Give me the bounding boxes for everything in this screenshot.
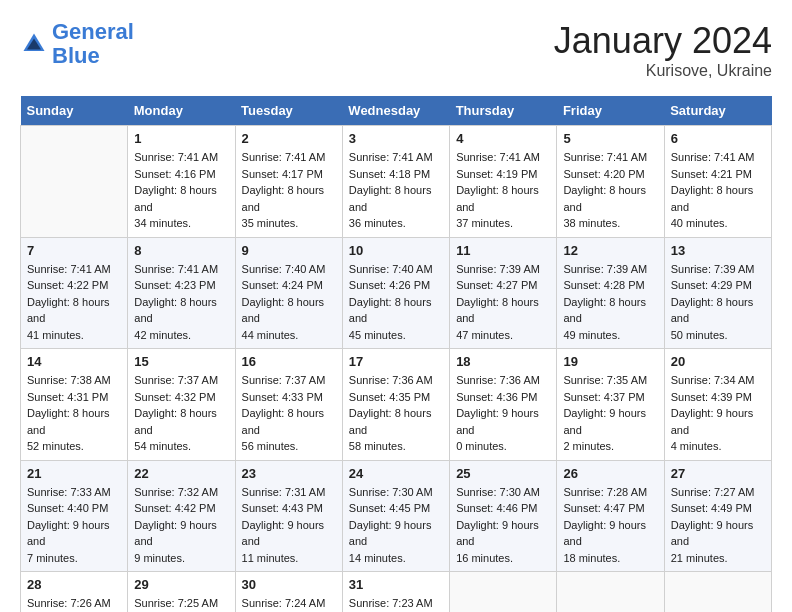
day-number: 5	[563, 131, 657, 146]
day-number: 30	[242, 577, 336, 592]
day-detail: Sunrise: 7:38 AMSunset: 4:31 PMDaylight:…	[27, 372, 121, 455]
page-header: General Blue January 2024 Kurisove, Ukra…	[20, 20, 772, 80]
day-detail: Sunrise: 7:39 AMSunset: 4:29 PMDaylight:…	[671, 261, 765, 344]
calendar-cell: 26 Sunrise: 7:28 AMSunset: 4:47 PMDaylig…	[557, 460, 664, 572]
weekday-header-friday: Friday	[557, 96, 664, 126]
day-detail: Sunrise: 7:36 AMSunset: 4:35 PMDaylight:…	[349, 372, 443, 455]
day-number: 22	[134, 466, 228, 481]
day-detail: Sunrise: 7:33 AMSunset: 4:40 PMDaylight:…	[27, 484, 121, 567]
weekday-header-sunday: Sunday	[21, 96, 128, 126]
calendar-table: SundayMondayTuesdayWednesdayThursdayFrid…	[20, 96, 772, 612]
calendar-cell	[664, 572, 771, 613]
logo: General Blue	[20, 20, 134, 68]
day-number: 3	[349, 131, 443, 146]
calendar-cell: 16 Sunrise: 7:37 AMSunset: 4:33 PMDaylig…	[235, 349, 342, 461]
calendar-cell	[450, 572, 557, 613]
day-detail: Sunrise: 7:37 AMSunset: 4:32 PMDaylight:…	[134, 372, 228, 455]
day-number: 8	[134, 243, 228, 258]
calendar-cell: 7 Sunrise: 7:41 AMSunset: 4:22 PMDayligh…	[21, 237, 128, 349]
day-detail: Sunrise: 7:39 AMSunset: 4:28 PMDaylight:…	[563, 261, 657, 344]
day-number: 1	[134, 131, 228, 146]
day-detail: Sunrise: 7:26 AMSunset: 4:50 PMDaylight:…	[27, 595, 121, 612]
calendar-cell: 25 Sunrise: 7:30 AMSunset: 4:46 PMDaylig…	[450, 460, 557, 572]
day-detail: Sunrise: 7:40 AMSunset: 4:26 PMDaylight:…	[349, 261, 443, 344]
day-number: 27	[671, 466, 765, 481]
day-number: 31	[349, 577, 443, 592]
calendar-cell: 1 Sunrise: 7:41 AMSunset: 4:16 PMDayligh…	[128, 126, 235, 238]
calendar-cell: 17 Sunrise: 7:36 AMSunset: 4:35 PMDaylig…	[342, 349, 449, 461]
day-number: 17	[349, 354, 443, 369]
weekday-header-row: SundayMondayTuesdayWednesdayThursdayFrid…	[21, 96, 772, 126]
day-detail: Sunrise: 7:39 AMSunset: 4:27 PMDaylight:…	[456, 261, 550, 344]
calendar-cell: 18 Sunrise: 7:36 AMSunset: 4:36 PMDaylig…	[450, 349, 557, 461]
calendar-cell: 3 Sunrise: 7:41 AMSunset: 4:18 PMDayligh…	[342, 126, 449, 238]
calendar-cell: 19 Sunrise: 7:35 AMSunset: 4:37 PMDaylig…	[557, 349, 664, 461]
logo-line1: General	[52, 19, 134, 44]
calendar-cell: 5 Sunrise: 7:41 AMSunset: 4:20 PMDayligh…	[557, 126, 664, 238]
calendar-cell: 27 Sunrise: 7:27 AMSunset: 4:49 PMDaylig…	[664, 460, 771, 572]
calendar-cell: 31 Sunrise: 7:23 AMSunset: 4:55 PMDaylig…	[342, 572, 449, 613]
calendar-cell: 28 Sunrise: 7:26 AMSunset: 4:50 PMDaylig…	[21, 572, 128, 613]
day-number: 24	[349, 466, 443, 481]
day-detail: Sunrise: 7:24 AMSunset: 4:53 PMDaylight:…	[242, 595, 336, 612]
day-detail: Sunrise: 7:41 AMSunset: 4:23 PMDaylight:…	[134, 261, 228, 344]
logo-line2: Blue	[52, 43, 100, 68]
calendar-week-row: 21 Sunrise: 7:33 AMSunset: 4:40 PMDaylig…	[21, 460, 772, 572]
calendar-cell: 4 Sunrise: 7:41 AMSunset: 4:19 PMDayligh…	[450, 126, 557, 238]
day-number: 6	[671, 131, 765, 146]
day-detail: Sunrise: 7:41 AMSunset: 4:20 PMDaylight:…	[563, 149, 657, 232]
day-detail: Sunrise: 7:41 AMSunset: 4:16 PMDaylight:…	[134, 149, 228, 232]
day-detail: Sunrise: 7:27 AMSunset: 4:49 PMDaylight:…	[671, 484, 765, 567]
day-detail: Sunrise: 7:30 AMSunset: 4:45 PMDaylight:…	[349, 484, 443, 567]
day-number: 11	[456, 243, 550, 258]
day-detail: Sunrise: 7:37 AMSunset: 4:33 PMDaylight:…	[242, 372, 336, 455]
day-detail: Sunrise: 7:41 AMSunset: 4:18 PMDaylight:…	[349, 149, 443, 232]
calendar-week-row: 7 Sunrise: 7:41 AMSunset: 4:22 PMDayligh…	[21, 237, 772, 349]
day-number: 19	[563, 354, 657, 369]
calendar-cell: 24 Sunrise: 7:30 AMSunset: 4:45 PMDaylig…	[342, 460, 449, 572]
calendar-cell: 9 Sunrise: 7:40 AMSunset: 4:24 PMDayligh…	[235, 237, 342, 349]
calendar-cell: 10 Sunrise: 7:40 AMSunset: 4:26 PMDaylig…	[342, 237, 449, 349]
weekday-header-wednesday: Wednesday	[342, 96, 449, 126]
day-detail: Sunrise: 7:25 AMSunset: 4:52 PMDaylight:…	[134, 595, 228, 612]
day-number: 13	[671, 243, 765, 258]
calendar-cell: 11 Sunrise: 7:39 AMSunset: 4:27 PMDaylig…	[450, 237, 557, 349]
day-detail: Sunrise: 7:41 AMSunset: 4:22 PMDaylight:…	[27, 261, 121, 344]
day-number: 28	[27, 577, 121, 592]
day-detail: Sunrise: 7:41 AMSunset: 4:19 PMDaylight:…	[456, 149, 550, 232]
calendar-cell: 12 Sunrise: 7:39 AMSunset: 4:28 PMDaylig…	[557, 237, 664, 349]
day-number: 16	[242, 354, 336, 369]
day-number: 12	[563, 243, 657, 258]
day-detail: Sunrise: 7:41 AMSunset: 4:21 PMDaylight:…	[671, 149, 765, 232]
day-number: 21	[27, 466, 121, 481]
day-detail: Sunrise: 7:30 AMSunset: 4:46 PMDaylight:…	[456, 484, 550, 567]
day-detail: Sunrise: 7:40 AMSunset: 4:24 PMDaylight:…	[242, 261, 336, 344]
day-number: 2	[242, 131, 336, 146]
day-number: 14	[27, 354, 121, 369]
calendar-cell	[21, 126, 128, 238]
title-block: January 2024 Kurisove, Ukraine	[554, 20, 772, 80]
calendar-cell: 21 Sunrise: 7:33 AMSunset: 4:40 PMDaylig…	[21, 460, 128, 572]
calendar-cell	[557, 572, 664, 613]
day-number: 15	[134, 354, 228, 369]
calendar-cell: 15 Sunrise: 7:37 AMSunset: 4:32 PMDaylig…	[128, 349, 235, 461]
day-number: 9	[242, 243, 336, 258]
day-number: 20	[671, 354, 765, 369]
day-detail: Sunrise: 7:32 AMSunset: 4:42 PMDaylight:…	[134, 484, 228, 567]
day-number: 4	[456, 131, 550, 146]
day-number: 7	[27, 243, 121, 258]
day-detail: Sunrise: 7:34 AMSunset: 4:39 PMDaylight:…	[671, 372, 765, 455]
day-number: 25	[456, 466, 550, 481]
weekday-header-tuesday: Tuesday	[235, 96, 342, 126]
calendar-cell: 6 Sunrise: 7:41 AMSunset: 4:21 PMDayligh…	[664, 126, 771, 238]
calendar-cell: 13 Sunrise: 7:39 AMSunset: 4:29 PMDaylig…	[664, 237, 771, 349]
calendar-cell: 8 Sunrise: 7:41 AMSunset: 4:23 PMDayligh…	[128, 237, 235, 349]
calendar-week-row: 1 Sunrise: 7:41 AMSunset: 4:16 PMDayligh…	[21, 126, 772, 238]
day-number: 10	[349, 243, 443, 258]
logo-icon	[20, 30, 48, 58]
logo-text: General Blue	[52, 20, 134, 68]
calendar-cell: 23 Sunrise: 7:31 AMSunset: 4:43 PMDaylig…	[235, 460, 342, 572]
day-detail: Sunrise: 7:31 AMSunset: 4:43 PMDaylight:…	[242, 484, 336, 567]
day-detail: Sunrise: 7:41 AMSunset: 4:17 PMDaylight:…	[242, 149, 336, 232]
calendar-cell: 20 Sunrise: 7:34 AMSunset: 4:39 PMDaylig…	[664, 349, 771, 461]
